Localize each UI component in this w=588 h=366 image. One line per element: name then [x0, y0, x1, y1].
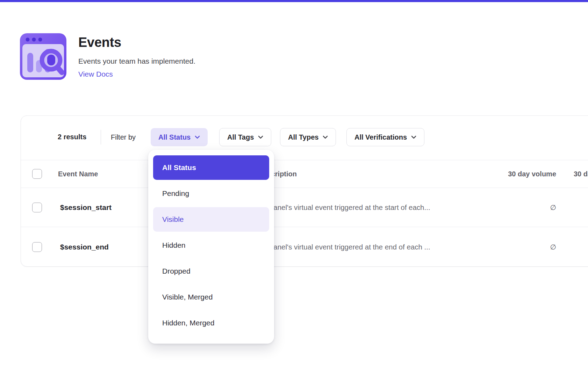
select-all-checkbox[interactable] — [32, 169, 42, 179]
events-card: 2 results Filter by All Status All Tags … — [21, 115, 588, 267]
tags-filter-button[interactable]: All Tags — [219, 128, 271, 146]
column-header-30-day-volume: 30 day volume — [440, 170, 556, 178]
events-page: Events Events your team has implemented.… — [0, 0, 588, 366]
status-menu-item-dropped[interactable]: Dropped — [153, 259, 269, 283]
row-checkbox[interactable] — [32, 242, 42, 252]
status-filter-button[interactable]: All Status — [151, 128, 208, 146]
types-filter-label: All Types — [288, 133, 318, 141]
event-name-session-start[interactable]: $session_start — [60, 203, 112, 212]
table-header-row: Event Name Description 30 day volume 30 … — [21, 160, 588, 188]
column-header-event-name: Event Name — [58, 170, 98, 178]
status-menu-item-hidden-merged[interactable]: Hidden, Merged — [153, 311, 269, 335]
view-docs-link[interactable]: View Docs — [78, 70, 113, 78]
table-row: $session_end Mixpanel's virtual event tr… — [21, 227, 588, 267]
row-checkbox[interactable] — [32, 203, 42, 212]
chevron-down-icon — [258, 135, 263, 139]
status-filter-menu: All Status Pending Visible Hidden Droppe… — [148, 150, 274, 344]
status-menu-item-all-status[interactable]: All Status — [153, 155, 269, 180]
status-menu-item-visible-merged[interactable]: Visible, Merged — [153, 285, 269, 309]
status-menu-item-visible[interactable]: Visible — [153, 207, 269, 232]
toolbar-divider — [101, 130, 101, 145]
status-menu-item-pending[interactable]: Pending — [153, 181, 269, 206]
results-count: 2 results — [58, 133, 86, 141]
event-description: Mixpanel's virtual event triggered at th… — [258, 243, 430, 251]
column-header-30-day-users: 30 day users — [574, 170, 588, 178]
event-description: Mixpanel's virtual event triggered at th… — [258, 203, 430, 212]
page-title: Events — [78, 35, 121, 50]
verifications-filter-button[interactable]: All Verifications — [346, 128, 424, 146]
status-filter-label: All Status — [158, 133, 191, 141]
tags-filter-label: All Tags — [227, 133, 254, 141]
event-name-session-end[interactable]: $session_end — [60, 243, 109, 251]
status-menu-item-hidden[interactable]: Hidden — [153, 233, 269, 258]
chevron-down-icon — [323, 135, 328, 139]
events-app-icon — [20, 33, 66, 80]
page-subtitle: Events your team has implemented. — [78, 57, 195, 65]
event-30-day-volume: ∅ — [440, 203, 556, 212]
event-30-day-volume: ∅ — [440, 243, 556, 251]
events-icon-graphic — [20, 33, 66, 80]
top-accent-bar — [0, 0, 588, 2]
types-filter-button[interactable]: All Types — [280, 128, 336, 146]
table-row: $session_start Mixpanel's virtual event … — [21, 188, 588, 227]
chevron-down-icon — [411, 135, 416, 139]
verifications-filter-label: All Verifications — [354, 133, 407, 141]
chevron-down-icon — [195, 135, 200, 139]
filter-by-label: Filter by — [111, 133, 136, 141]
